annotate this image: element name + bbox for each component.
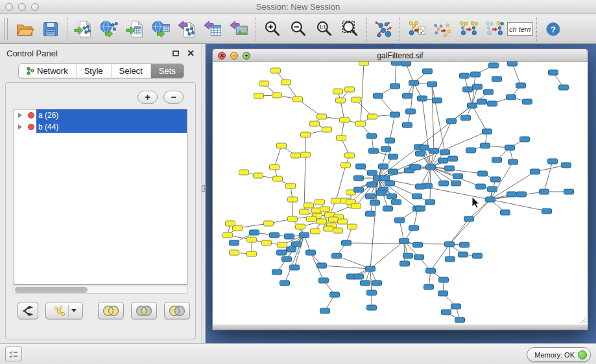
network-node-yellow[interactable] — [336, 98, 346, 103]
network-node-blue[interactable] — [491, 177, 501, 182]
network-node-blue[interactable] — [564, 189, 574, 194]
network-node-blue[interactable] — [306, 250, 316, 255]
panel-splitter[interactable] — [201, 44, 206, 343]
network-node-blue[interactable] — [429, 148, 439, 154]
network-node-blue[interactable] — [403, 122, 412, 128]
network-node-blue[interactable] — [427, 82, 437, 87]
network-node-blue[interactable] — [426, 268, 436, 273]
network-node-yellow[interactable] — [301, 152, 311, 157]
select-first-neighbors-button[interactable] — [455, 16, 481, 42]
network-node-yellow[interactable] — [271, 68, 281, 73]
network-node-blue[interactable] — [287, 247, 296, 252]
network-node-blue[interactable] — [354, 187, 364, 192]
splitter-handle[interactable] — [202, 185, 205, 192]
network-node-blue[interactable] — [330, 292, 340, 297]
network-node-blue[interactable] — [484, 89, 494, 95]
network-node-yellow[interactable] — [329, 217, 339, 222]
network-node-blue[interactable] — [320, 308, 330, 313]
network-node-yellow[interactable] — [315, 199, 325, 205]
network-node-blue[interactable] — [367, 305, 377, 310]
network-node-blue[interactable] — [508, 62, 518, 66]
network-node-blue[interactable] — [460, 73, 470, 78]
network-node-blue[interactable] — [392, 62, 401, 65]
network-node-blue[interactable] — [549, 70, 558, 75]
network-node-yellow[interactable] — [317, 114, 327, 119]
network-node-blue[interactable] — [508, 159, 518, 165]
network-node-yellow[interactable] — [307, 216, 316, 222]
network-node-blue[interactable] — [463, 87, 473, 92]
network-node-blue[interactable] — [476, 184, 486, 189]
tab-style[interactable]: Style — [77, 64, 112, 78]
network-node-blue[interactable] — [505, 145, 515, 150]
network-node-blue[interactable] — [517, 192, 527, 197]
network-node-blue[interactable] — [442, 310, 451, 315]
network-node-yellow[interactable] — [247, 251, 257, 256]
network-node-blue[interactable] — [403, 93, 412, 98]
network-node-yellow[interactable] — [340, 117, 350, 122]
network-node-blue[interactable] — [416, 206, 425, 211]
network-node-yellow[interactable] — [337, 135, 346, 141]
network-node-blue[interactable] — [319, 278, 329, 283]
network-node-yellow[interactable] — [278, 242, 287, 247]
network-node-blue[interactable] — [332, 253, 342, 258]
network-node-blue[interactable] — [388, 169, 398, 174]
network-node-yellow[interactable] — [331, 198, 341, 203]
network-node-blue[interactable] — [447, 119, 457, 124]
network-node-blue[interactable] — [418, 96, 427, 101]
network-node-blue[interactable] — [367, 290, 377, 295]
network-node-blue[interactable] — [372, 280, 382, 286]
network-node-blue[interactable] — [277, 250, 287, 255]
network-node-blue[interactable] — [468, 103, 477, 108]
open-session-button[interactable] — [12, 16, 38, 42]
network-node-blue[interactable] — [501, 210, 510, 215]
network-node-blue[interactable] — [423, 69, 433, 74]
network-node-blue[interactable] — [285, 234, 294, 239]
network-node-yellow[interactable] — [359, 62, 369, 65]
network-node-blue[interactable] — [416, 184, 425, 189]
zoom-actual-size-button[interactable]: 1:1 — [311, 16, 337, 42]
export-network-button[interactable] — [174, 16, 200, 42]
deselect-nodes-button[interactable] — [481, 16, 507, 42]
network-node-yellow[interactable] — [286, 183, 296, 188]
import-table-web-button[interactable] — [149, 16, 174, 42]
network-node-yellow[interactable] — [223, 233, 233, 238]
network-node-blue[interactable] — [492, 157, 502, 163]
close-panel-icon[interactable]: ✕ — [187, 49, 195, 58]
network-node-yellow[interactable] — [333, 228, 343, 233]
network-node-blue[interactable] — [473, 253, 483, 258]
import-table-file-button[interactable] — [123, 16, 149, 42]
network-node-yellow[interactable] — [310, 121, 320, 126]
network-node-blue[interactable] — [466, 148, 476, 153]
network-node-yellow[interactable] — [301, 132, 311, 137]
network-node-blue[interactable] — [471, 72, 481, 77]
network-node-blue[interactable] — [516, 83, 526, 88]
network-node-yellow[interactable] — [352, 97, 361, 102]
zoom-fit-selected-button[interactable] — [337, 16, 363, 42]
network-node-blue[interactable] — [464, 216, 474, 222]
network-report-button[interactable] — [403, 16, 429, 42]
network-node-yellow[interactable] — [368, 114, 377, 119]
network-node-yellow[interactable] — [352, 203, 361, 209]
network-node-blue[interactable] — [477, 99, 487, 104]
network-node-yellow[interactable] — [277, 143, 287, 148]
network-node-yellow[interactable] — [345, 153, 355, 158]
network-node-yellow[interactable] — [338, 219, 348, 224]
network-node-blue[interactable] — [369, 148, 379, 154]
network-node-blue[interactable] — [523, 99, 532, 104]
network-node-blue[interactable] — [300, 233, 309, 238]
network-node-blue[interactable] — [507, 95, 516, 100]
network-node-yellow[interactable] — [296, 224, 305, 229]
zoom-in-button[interactable] — [259, 16, 285, 42]
search-input[interactable] — [507, 22, 533, 36]
network-node-blue[interactable] — [542, 209, 552, 214]
import-network-web-button[interactable] — [97, 16, 123, 42]
create-set-menu-button[interactable] — [45, 302, 83, 319]
network-node-yellow[interactable] — [259, 81, 269, 86]
network-node-blue[interactable] — [390, 84, 400, 89]
network-node-blue[interactable] — [230, 240, 239, 245]
union-sets-button[interactable] — [98, 302, 124, 319]
network-node-blue[interactable] — [426, 165, 436, 170]
network-node-blue[interactable] — [354, 274, 364, 279]
network-node-blue[interactable] — [366, 211, 375, 216]
network-node-yellow[interactable] — [254, 173, 263, 178]
